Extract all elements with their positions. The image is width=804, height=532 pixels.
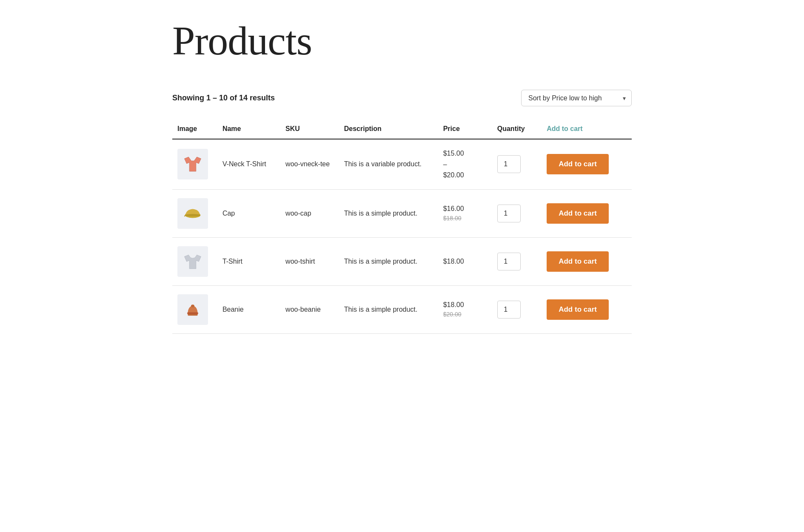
add-to-cart-cell: Add to cart <box>542 237 632 285</box>
quantity-input[interactable] <box>497 253 521 270</box>
table-header-row: Image Name SKU Description Price Quantit… <box>172 119 632 139</box>
product-sku: woo-tshirt <box>280 237 339 285</box>
product-image-wrapper <box>177 198 208 229</box>
add-to-cart-button[interactable]: Add to cart <box>547 203 609 224</box>
svg-point-1 <box>185 214 200 216</box>
svg-point-3 <box>191 304 194 307</box>
page-title: Products <box>172 17 632 64</box>
product-image-wrapper <box>177 294 208 325</box>
product-name: T-Shirt <box>217 237 280 285</box>
product-quantity-cell <box>492 189 542 237</box>
add-to-cart-cell: Add to cart <box>542 189 632 237</box>
price-original: $20.00 <box>443 310 487 319</box>
product-price: $18.00 <box>438 237 492 285</box>
price-main: $18.00 <box>443 256 487 267</box>
product-image-cell <box>172 237 217 285</box>
table-row: T-Shirtwoo-tshirtThis is a simple produc… <box>172 237 632 285</box>
price-main: $18.00 <box>443 300 487 310</box>
col-header-quantity: Quantity <box>492 119 542 139</box>
product-sku: woo-cap <box>280 189 339 237</box>
product-description: This is a simple product. <box>339 237 438 285</box>
add-to-cart-button[interactable]: Add to cart <box>547 154 609 174</box>
col-header-sku: SKU <box>280 119 339 139</box>
product-name: V-Neck T-Shirt <box>217 139 280 189</box>
product-price: $15.00–$20.00 <box>438 139 492 189</box>
product-image-cell <box>172 285 217 333</box>
product-name: Beanie <box>217 285 280 333</box>
toolbar: Showing 1 – 10 of 14 results Sort by Pri… <box>172 90 632 106</box>
products-table: Image Name SKU Description Price Quantit… <box>172 119 632 334</box>
add-to-cart-cell: Add to cart <box>542 285 632 333</box>
results-count: Showing 1 – 10 of 14 results <box>172 94 275 102</box>
table-row: Beaniewoo-beanieThis is a simple product… <box>172 285 632 333</box>
product-quantity-cell <box>492 285 542 333</box>
col-header-addtocart: Add to cart <box>542 119 632 139</box>
product-image-wrapper <box>177 149 208 179</box>
col-header-price: Price <box>438 119 492 139</box>
product-image-wrapper <box>177 246 208 277</box>
price-main: $16.00 <box>443 204 487 214</box>
price-range: $15.00–$20.00 <box>443 148 487 181</box>
product-quantity-cell <box>492 139 542 189</box>
product-image-cell <box>172 189 217 237</box>
product-price: $16.00$18.00 <box>438 189 492 237</box>
col-header-image: Image <box>172 119 217 139</box>
product-sku: woo-beanie <box>280 285 339 333</box>
product-sku: woo-vneck-tee <box>280 139 339 189</box>
product-image-cell <box>172 139 217 189</box>
col-header-name: Name <box>217 119 280 139</box>
add-to-cart-button[interactable]: Add to cart <box>547 299 609 320</box>
quantity-input[interactable] <box>497 205 521 222</box>
sort-wrapper: Sort by Price low to high Sort by Price … <box>521 90 632 106</box>
quantity-input[interactable] <box>497 301 521 319</box>
product-description: This is a variable product. <box>339 139 438 189</box>
sort-select[interactable]: Sort by Price low to high Sort by Price … <box>521 90 632 106</box>
add-to-cart-button[interactable]: Add to cart <box>547 251 609 272</box>
quantity-input[interactable] <box>497 155 521 173</box>
price-original: $18.00 <box>443 214 487 223</box>
product-description: This is a simple product. <box>339 189 438 237</box>
table-row: V-Neck T-Shirtwoo-vneck-teeThis is a var… <box>172 139 632 189</box>
svg-rect-4 <box>187 312 198 314</box>
product-price: $18.00$20.00 <box>438 285 492 333</box>
add-to-cart-cell: Add to cart <box>542 139 632 189</box>
product-quantity-cell <box>492 237 542 285</box>
product-name: Cap <box>217 189 280 237</box>
product-description: This is a simple product. <box>339 285 438 333</box>
table-row: Capwoo-capThis is a simple product.$16.0… <box>172 189 632 237</box>
col-header-description: Description <box>339 119 438 139</box>
